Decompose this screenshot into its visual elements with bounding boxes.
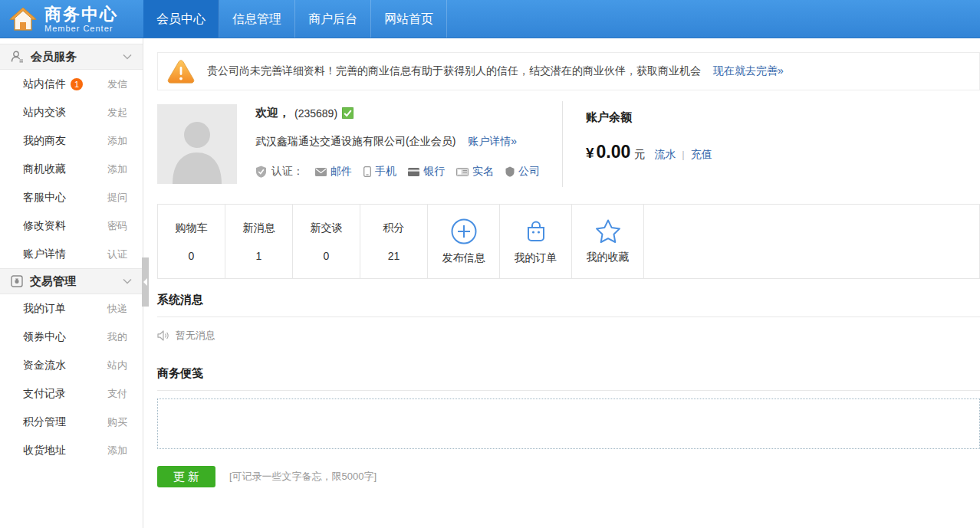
sidebar-item-site-chat[interactable]: 站内交谈 发起 xyxy=(0,98,143,126)
cert-link-bank[interactable]: 银行 xyxy=(408,165,445,179)
item-action[interactable]: 添加 xyxy=(107,444,127,457)
system-messages-empty: 暂无消息 xyxy=(157,317,980,343)
company-name: 武汉鑫瑞通达交通设施有限公司(企业会员) xyxy=(255,135,455,147)
cert-link-realname[interactable]: 实名 xyxy=(456,165,494,179)
my-favorites-button[interactable]: 我的收藏 xyxy=(572,205,644,278)
shopping-bag-icon xyxy=(522,218,550,245)
item-action[interactable]: 发信 xyxy=(107,77,127,91)
complete-profile-link[interactable]: 现在就去完善» xyxy=(713,64,784,78)
id-card-icon xyxy=(456,168,469,176)
user-icon xyxy=(11,51,24,63)
item-action[interactable]: 添加 xyxy=(107,162,127,176)
app-title: 商务中心 xyxy=(44,5,118,24)
publish-info-button[interactable]: 发布信息 xyxy=(428,205,500,278)
balance-title: 账户余额 xyxy=(586,110,712,125)
update-button[interactable]: 更 新 xyxy=(157,466,215,487)
item-action[interactable]: 添加 xyxy=(107,134,127,148)
recharge-link[interactable]: 充值 xyxy=(691,148,712,162)
sidebar-item-my-orders[interactable]: 我的订单 快递 xyxy=(0,294,143,323)
stats-filler xyxy=(644,205,979,278)
app-subtitle: Member Center xyxy=(44,24,118,33)
item-action[interactable]: 提问 xyxy=(107,191,127,205)
item-label: 支付记录 xyxy=(23,387,66,401)
my-orders-button[interactable]: 我的订单 xyxy=(500,205,572,278)
currency-symbol: ¥ xyxy=(586,145,594,162)
stat-value: 21 xyxy=(388,250,400,262)
tab-info-management[interactable]: 信息管理 xyxy=(219,0,295,38)
sidebar-item-my-contacts[interactable]: 我的商友 添加 xyxy=(0,126,143,155)
item-action[interactable]: 我的 xyxy=(107,330,127,344)
mail-icon xyxy=(315,168,327,176)
item-action[interactable]: 快递 xyxy=(107,302,127,316)
sidebar-item-shipping-address[interactable]: 收货地址 添加 xyxy=(0,436,143,464)
cert-link-company[interactable]: 公司 xyxy=(505,165,540,179)
main-nav: 会员中心 信息管理 商户后台 网站首页 xyxy=(143,0,447,38)
stat-new-chats[interactable]: 新交谈 0 xyxy=(293,205,360,278)
stat-label: 购物车 xyxy=(176,221,208,235)
item-label: 站内信件 xyxy=(23,77,66,91)
sidebar-item-payment-records[interactable]: 支付记录 支付 xyxy=(0,379,143,408)
stat-label: 新交谈 xyxy=(311,221,343,235)
item-action[interactable]: 密码 xyxy=(107,219,127,233)
stat-new-messages[interactable]: 新消息 1 xyxy=(225,205,293,278)
item-label: 修改资料 xyxy=(23,219,66,233)
sidebar: 会员服务 站内信件 1 发信 站内交谈 发起 我的商友 添加 商机收藏 添加 xyxy=(0,38,143,528)
unread-badge: 1 xyxy=(71,78,83,90)
tab-member-center[interactable]: 会员中心 xyxy=(143,0,219,38)
item-action[interactable]: 认证 xyxy=(107,248,127,261)
cert-link-email[interactable]: 邮件 xyxy=(315,165,352,179)
sidebar-item-opportunity-favorites[interactable]: 商机收藏 添加 xyxy=(0,155,143,183)
stat-label: 积分 xyxy=(383,221,405,235)
sidebar-item-funds-flow[interactable]: 资金流水 站内 xyxy=(0,351,143,379)
account-detail-link[interactable]: 账户详情» xyxy=(468,135,517,147)
bank-card-icon xyxy=(408,168,419,176)
phone-icon xyxy=(363,166,371,177)
item-label: 我的商友 xyxy=(23,134,66,148)
sidebar-item-edit-profile[interactable]: 修改资料 密码 xyxy=(0,212,143,240)
system-messages-title: 系统消息 xyxy=(157,293,980,317)
profile-incomplete-banner: 贵公司尚未完善详细资料！完善的商业信息有助于获得别人的信任，结交潜在的商业伙伴，… xyxy=(157,52,980,90)
trade-management-list: 我的订单 快递 领券中心 我的 资金流水 站内 支付记录 支付 积分管理 购买 … xyxy=(0,294,143,464)
item-action[interactable]: 站内 xyxy=(107,359,127,372)
notes-textarea[interactable] xyxy=(157,398,980,449)
star-icon xyxy=(594,218,622,244)
cert-link-phone[interactable]: 手机 xyxy=(363,165,396,179)
item-action[interactable]: 支付 xyxy=(107,387,127,401)
empty-message-text: 暂无消息 xyxy=(176,329,215,343)
sidebar-section-member-services[interactable]: 会员服务 xyxy=(0,44,143,70)
company-badge-icon xyxy=(505,166,515,177)
flow-link[interactable]: 流水 xyxy=(654,148,676,162)
sidebar-item-account-details[interactable]: 账户详情 认证 xyxy=(0,240,143,268)
sidebar-collapse-handle[interactable] xyxy=(142,257,149,307)
action-label: 我的订单 xyxy=(515,251,557,265)
avatar xyxy=(157,104,237,184)
sidebar-section-trade-management[interactable]: 交易管理 xyxy=(0,268,143,294)
shield-icon xyxy=(255,166,267,178)
tab-merchant-backend[interactable]: 商户后台 xyxy=(295,0,371,38)
business-notes-title: 商务便笺 xyxy=(157,366,980,391)
member-services-list: 站内信件 1 发信 站内交谈 发起 我的商友 添加 商机收藏 添加 客服中心 提… xyxy=(0,70,143,268)
notes-hint: [可记录一些文字备忘，限5000字] xyxy=(229,470,377,484)
warning-triangle-icon xyxy=(167,59,195,84)
tab-site-home[interactable]: 网站首页 xyxy=(371,0,447,38)
logo[interactable]: 商务中心 Member Center xyxy=(0,0,143,38)
sidebar-item-service-center[interactable]: 客服中心 提问 xyxy=(0,183,143,212)
stat-label: 新消息 xyxy=(243,221,275,235)
sidebar-item-coupon-center[interactable]: 领券中心 我的 xyxy=(0,323,143,351)
welcome-label: 欢迎， xyxy=(255,106,290,120)
balance-amount: 0.00 xyxy=(597,142,631,162)
sidebar-item-site-mail[interactable]: 站内信件 1 发信 xyxy=(0,70,143,98)
chevron-down-icon[interactable] xyxy=(123,54,132,60)
house-icon xyxy=(9,6,37,32)
item-action[interactable]: 发起 xyxy=(107,106,127,120)
stat-points[interactable]: 积分 21 xyxy=(360,205,428,278)
plus-circle-icon xyxy=(450,218,478,245)
sidebar-item-points-management[interactable]: 积分管理 购买 xyxy=(0,408,143,436)
section-title: 会员服务 xyxy=(31,50,77,64)
item-action[interactable]: 购买 xyxy=(107,415,127,429)
item-label: 客服中心 xyxy=(23,191,66,205)
stat-cart[interactable]: 购物车 0 xyxy=(158,205,225,278)
money-jar-icon xyxy=(11,275,23,287)
top-header: 商务中心 Member Center 会员中心 信息管理 商户后台 网站首页 xyxy=(0,0,980,38)
chevron-down-icon[interactable] xyxy=(123,278,132,284)
